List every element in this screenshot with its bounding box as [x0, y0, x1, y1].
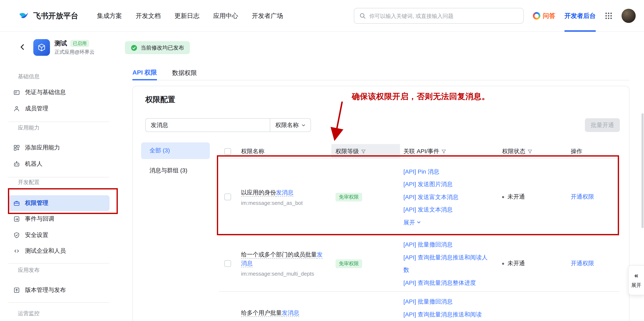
category-filter-list: 全部 (3) 消息与群组 (3) [141, 142, 210, 182]
check-circle-icon [131, 44, 138, 51]
expand-link[interactable]: 展开 [404, 216, 493, 229]
security-icon [13, 232, 20, 238]
sidebar-section-monitoring: 运营监控 [18, 309, 40, 318]
sidebar-section-capabilities: 应用能力 [18, 124, 40, 132]
expand-panel-label: 展开 [631, 282, 641, 289]
sidebar-item-label: 版本管理与发布 [25, 286, 66, 294]
tab-data-permission[interactable]: 数据权限 [172, 66, 197, 80]
sidebar-item-credentials[interactable]: 凭证与基础信息 [8, 84, 110, 100]
topnav-search[interactable] [354, 8, 524, 24]
nav-item-docs[interactable]: 开发文档 [136, 12, 161, 20]
expand-panel-button[interactable]: « 展开 [628, 265, 644, 295]
brand[interactable]: 飞书开放平台 [18, 0, 78, 32]
search-icon [359, 12, 366, 19]
expand-label: 展开 [404, 216, 415, 229]
brand-name: 飞书开放平台 [33, 11, 78, 21]
status-text: 未开通 [508, 260, 525, 267]
api-link[interactable]: [API] 发送图片消息 [404, 178, 493, 191]
permission-code: im:message:send_as_bot [241, 200, 326, 206]
enable-permission-link[interactable]: 开通权限 [571, 193, 594, 201]
header-api-cell: 关联 API/事件 [404, 144, 446, 159]
enabled-badge: 已启用 [70, 40, 89, 47]
qa-label: 问答 [543, 12, 555, 20]
related-api-cell: [API] 批量撤回消息 [API] 查询批量消息推送和阅读人数 [API] 查… [404, 236, 493, 292]
qa-link[interactable]: 问答 [533, 12, 555, 20]
api-link[interactable]: [API] 批量撤回消息 [404, 295, 493, 308]
sidebar-item-bot[interactable]: 机器人 [8, 156, 110, 172]
sidebar-item-label: 添加应用能力 [25, 144, 60, 152]
filter-funnel-icon[interactable] [528, 149, 532, 154]
sidebar-divider [8, 302, 110, 303]
permission-name[interactable]: 给多个用户批量发消息 [241, 308, 326, 317]
row-checkbox[interactable] [224, 260, 231, 267]
nav-developer-console[interactable]: 开发者后台 [564, 0, 596, 32]
sidebar-item-members[interactable]: 成员管理 [8, 101, 110, 116]
back-button[interactable] [19, 43, 26, 51]
nav-item-integration[interactable]: 集成方案 [97, 12, 122, 20]
chevron-down-icon [301, 123, 305, 127]
robot-icon [13, 161, 20, 167]
permission-name-text: 给多个用户批量 [241, 309, 282, 317]
api-link[interactable]: [API] 查询批量消息推送和阅读人数 [404, 251, 493, 276]
select-all-checkbox[interactable] [224, 148, 231, 155]
credential-icon [13, 89, 20, 96]
sidebar-item-label: 测试企业和人员 [25, 247, 66, 255]
api-link[interactable]: [API] 发送富文本消息 [404, 191, 493, 204]
search-filter-select[interactable]: 权限名称 [270, 119, 310, 132]
user-avatar[interactable] [622, 9, 636, 23]
sidebar-item-label: 权限管理 [25, 200, 48, 207]
sidebar-item-permissions[interactable]: 权限管理 [8, 195, 110, 211]
filter-item-message-group[interactable]: 消息与群组 (3) [141, 162, 210, 179]
permission-search-field[interactable] [146, 119, 270, 132]
status-text: 未开通 [508, 193, 525, 201]
filter-funnel-icon[interactable] [442, 149, 446, 154]
app-meta: 测试 已启用 正式应用@环界云 [54, 40, 94, 56]
nav-item-dev-square[interactable]: 开发者广场 [252, 12, 283, 20]
sidebar-item-label: 成员管理 [25, 105, 48, 112]
select-all-checkbox-cell [224, 144, 231, 159]
permission-name[interactable]: 以应用的身份发消息 [241, 188, 326, 197]
row-checkbox-cell [224, 260, 231, 268]
related-api-cell: [API] Pin 消息 [API] 发送图片消息 [API] 发送富文本消息 … [404, 159, 493, 235]
filter-item-label: 全部 (3) [150, 147, 170, 154]
enable-permission-link[interactable]: 开通权限 [571, 260, 594, 267]
tab-api-permission[interactable]: API 权限 [132, 66, 157, 80]
sidebar-item-add-capability[interactable]: 添加应用能力 [8, 140, 110, 156]
sidebar-item-test-company[interactable]: 测试企业和人员 [8, 243, 110, 259]
api-link[interactable]: [API] 批量撤回消息 [404, 238, 493, 251]
qa-ring-icon [533, 12, 540, 20]
topnav-right: 问答 开发者后台 [533, 0, 636, 32]
permission-level-cell: 免审权限 [336, 159, 362, 235]
api-link[interactable]: [API] 查询批量消息整体进度 [404, 276, 493, 289]
header-action: 操作 [571, 144, 582, 159]
row-checkbox[interactable] [224, 194, 231, 200]
nav-item-changelog[interactable]: 更新日志 [174, 12, 200, 20]
filter-item-all[interactable]: 全部 (3) [141, 142, 210, 159]
top-navigation: 飞书开放平台 集成方案 开发文档 更新日志 应用中心 开发者广场 问答 开发者后… [0, 0, 644, 32]
bulk-enable-button[interactable]: 批量开通 [585, 118, 620, 132]
nav-item-app-center[interactable]: 应用中心 [213, 12, 238, 20]
api-link[interactable]: [API] 查询批量消息推送和阅读 [404, 308, 493, 320]
filter-funnel-icon[interactable] [361, 149, 366, 154]
header-name: 权限名称 [241, 144, 264, 159]
app-icon [33, 39, 50, 56]
sidebar-item-security[interactable]: 安全设置 [8, 227, 110, 243]
permission-name-text: 给一个或多个部门的成员批量 [241, 251, 317, 258]
sidebar-item-label: 安全设置 [25, 232, 48, 239]
apps-grid-icon[interactable] [605, 12, 612, 20]
publish-status-pill: 当前修改均已发布 [125, 41, 190, 54]
status-dot [502, 262, 504, 264]
permission-name-highlight: 发消息 [276, 189, 294, 196]
test-company-icon [13, 248, 20, 254]
api-link[interactable]: [API] 发送文本消息 [404, 204, 493, 216]
permission-name[interactable]: 给一个或多个部门的成员批量发消息 [241, 250, 326, 268]
sidebar-item-label: 机器人 [25, 160, 42, 168]
sidebar-item-events[interactable]: 事件与回调 [8, 211, 110, 227]
permission-search-input[interactable] [151, 122, 265, 128]
sidebar-item-version-release[interactable]: 版本管理与发布 [8, 282, 110, 298]
version-release-icon [13, 287, 20, 294]
topnav-search-input[interactable] [369, 13, 518, 19]
api-link[interactable]: [API] Pin 消息 [404, 165, 493, 178]
status-cell: 未开通 [502, 236, 525, 292]
vertical-scrollbar-thumb[interactable] [642, 113, 644, 228]
